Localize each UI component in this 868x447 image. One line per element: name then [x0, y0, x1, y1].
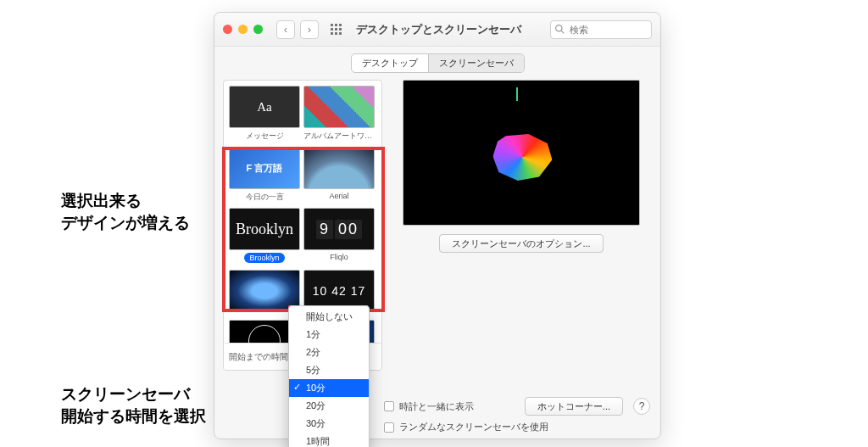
random-checkbox[interactable]: [384, 422, 394, 433]
thumb-label: アルバムアートワーク: [303, 131, 375, 142]
traffic-lights: [223, 25, 263, 34]
tab-screensaver[interactable]: スクリーンセーバ: [428, 54, 524, 72]
svg-rect-0: [331, 24, 333, 26]
svg-rect-8: [339, 32, 342, 35]
start-time-menu[interactable]: 開始しない1分2分5分10分20分30分1時間: [288, 305, 370, 447]
thumb-label: メッセージ: [229, 131, 300, 142]
zoom-icon[interactable]: [253, 25, 263, 34]
screensaver-options-button[interactable]: スクリーンセーバのオプション...: [439, 234, 603, 253]
screensaver-thumb-artwork[interactable]: アルバムアートワーク: [303, 86, 375, 142]
show-clock-checkbox[interactable]: [384, 401, 394, 411]
annotation-text-designs: 選択出来るデザインが増える: [61, 190, 190, 233]
menu-item[interactable]: 20分: [289, 397, 369, 415]
menu-item[interactable]: 開始しない: [289, 308, 369, 326]
screensaver-thumb-brooklyn[interactable]: BrooklynBrooklyn: [229, 208, 300, 265]
search-icon: [554, 24, 565, 35]
titlebar: ‹ › デスクトップとスクリーンセーバ: [214, 13, 660, 47]
menu-item[interactable]: 5分: [289, 361, 369, 379]
random-label: ランダムなスクリーンセーバを使用: [399, 421, 548, 433]
search-field[interactable]: [550, 20, 652, 39]
screensaver-thumb-aerial[interactable]: Aerial: [303, 147, 375, 203]
thumb-label: Brooklyn: [244, 253, 284, 263]
svg-rect-6: [331, 32, 333, 35]
screensaver-preview: [403, 80, 640, 226]
tab-bar: デスクトップ スクリーンセーバ: [214, 47, 660, 80]
start-time-label: 開始までの時間: [229, 351, 288, 363]
screensaver-thumb-quote[interactable]: F 言万語今日の一言: [229, 147, 300, 203]
svg-rect-3: [331, 28, 333, 31]
show-all-icon[interactable]: [327, 20, 346, 39]
tab-desktop[interactable]: デスクトップ: [352, 54, 428, 72]
annotation-text-time: スクリーンセーバ開始する時間を選択: [61, 383, 206, 427]
menu-item[interactable]: 1分: [289, 326, 369, 344]
menu-item[interactable]: 2分: [289, 344, 369, 361]
svg-rect-7: [335, 32, 337, 35]
thumb-label: Fliqlo: [303, 253, 375, 261]
svg-rect-1: [335, 24, 337, 26]
thumb-label: 今日の一言: [229, 192, 300, 203]
close-icon[interactable]: [223, 25, 232, 34]
hot-corners-button[interactable]: ホットコーナー...: [525, 397, 623, 416]
menu-item[interactable]: 1時間: [289, 433, 369, 447]
prefs-window: ‹ › デスクトップとスクリーンセーバ デスクトップ スクリーンセーバ Aaメッ…: [214, 12, 661, 439]
svg-point-9: [556, 25, 562, 31]
search-input[interactable]: [550, 20, 652, 39]
show-clock-label: 時計と一緒に表示: [399, 400, 474, 413]
forward-button[interactable]: ›: [300, 20, 319, 39]
svg-rect-2: [339, 24, 342, 26]
thumb-label: Aerial: [303, 192, 375, 200]
minimize-icon[interactable]: [238, 25, 248, 34]
back-button[interactable]: ‹: [276, 20, 295, 39]
svg-rect-5: [339, 28, 342, 31]
svg-line-10: [561, 31, 564, 33]
screensaver-thumb-message[interactable]: Aaメッセージ: [229, 86, 300, 142]
window-title: デスクトップとスクリーンセーバ: [356, 22, 545, 37]
help-button[interactable]: ?: [633, 398, 650, 415]
screensaver-thumb-fliqlo[interactable]: 900Fliqlo: [303, 208, 375, 265]
svg-rect-4: [335, 28, 337, 31]
menu-item[interactable]: 10分: [289, 379, 369, 397]
menu-item[interactable]: 30分: [289, 415, 369, 433]
